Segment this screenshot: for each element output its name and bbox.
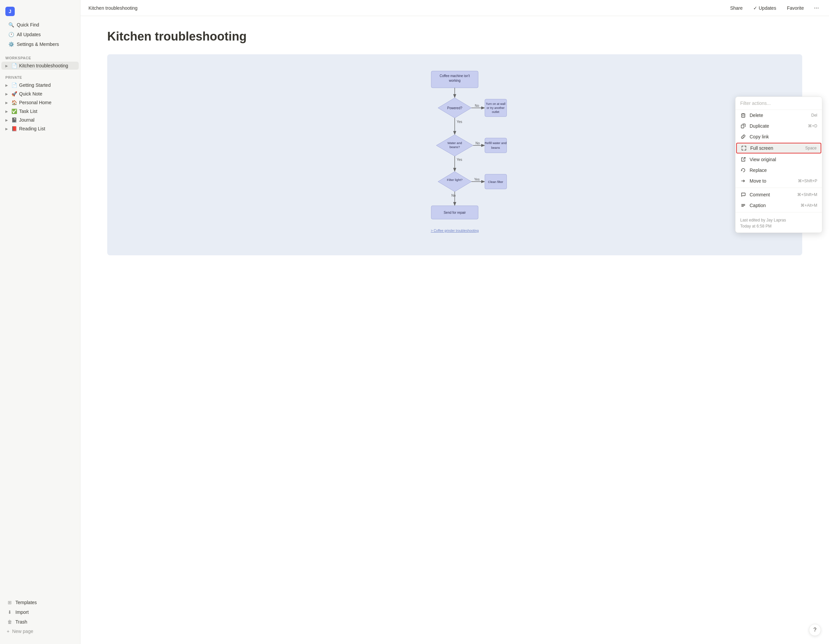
sidebar-item-quick-find[interactable]: 🔍 Quick Find [4, 20, 76, 30]
sidebar-item-trash[interactable]: 🗑 Trash [3, 617, 77, 627]
svg-text:Yes: Yes [474, 178, 479, 181]
page-title: Kitchen troubleshooting [107, 30, 802, 44]
svg-rect-19 [485, 138, 507, 153]
filter-actions-input[interactable] [740, 101, 817, 106]
svg-text:Send for repair: Send for repair [444, 211, 466, 214]
context-menu-item-caption[interactable]: Caption ⌘+Alt+M [736, 200, 822, 211]
fullscreen-icon [741, 145, 747, 151]
link-icon [740, 134, 746, 140]
duplicate-icon [740, 123, 746, 129]
svg-marker-24 [438, 172, 471, 192]
svg-text:Yes: Yes [457, 120, 462, 124]
check-icon: ✅ [11, 109, 17, 114]
sidebar-bottom: ⊞ Templates ⬇ Import 🗑 Trash + New page [0, 595, 80, 639]
chevron-icon: ▶ [4, 127, 9, 131]
delete-icon [740, 112, 746, 118]
svg-text:No: No [451, 194, 456, 197]
sidebar-item-journal[interactable]: ▶ 📓 Journal [2, 116, 79, 124]
context-menu-item-delete[interactable]: Delete Del [736, 110, 822, 121]
content-area: Kitchen troubleshooting Coffee machine i… [80, 16, 829, 644]
context-menu-item-comment[interactable]: Comment ⌘+Shift+M [736, 189, 822, 200]
new-page-button[interactable]: + New page [3, 627, 77, 636]
context-menu-item-full-screen[interactable]: Full screen Space [736, 143, 821, 153]
home-icon: 🏠 [11, 100, 17, 105]
sidebar-item-kitchen-troubleshooting[interactable]: ▶ 📄 Kitchen troubleshooting [2, 61, 79, 70]
topbar-title: Kitchen troubleshooting [88, 5, 137, 11]
plus-icon: + [7, 628, 9, 634]
sidebar-item-label: Settings & Members [17, 41, 59, 47]
chevron-icon: ▶ [4, 118, 9, 122]
context-menu-item-replace[interactable]: Replace [736, 165, 822, 176]
svg-text:working: working [449, 79, 460, 82]
context-menu-item-copy-link[interactable]: Copy link [736, 131, 822, 142]
book-icon: 📕 [11, 126, 17, 131]
sidebar-item-task-list[interactable]: ▶ ✅ Task List [2, 107, 79, 115]
updates-label: Updates [759, 5, 776, 11]
caption-icon [740, 202, 746, 208]
sidebar-item-getting-started[interactable]: ▶ 📄 Getting Started [2, 81, 79, 89]
svg-rect-35 [742, 114, 745, 117]
svg-text:No: No [476, 142, 480, 145]
sidebar-item-reading-list[interactable]: ▶ 📕 Reading List [2, 124, 79, 133]
context-menu-item-view-original[interactable]: View original [736, 154, 822, 165]
rocket-icon: 🚀 [11, 91, 17, 96]
svg-text:Yes: Yes [457, 158, 462, 162]
comment-icon [740, 192, 746, 198]
replace-label: Replace [750, 167, 767, 173]
trash-icon: 🗑 [7, 619, 13, 625]
sidebar-page-label: Getting Started [19, 82, 50, 88]
sidebar-item-personal-home[interactable]: ▶ 🏠 Personal Home [2, 99, 79, 107]
sidebar-item-label: Import [16, 609, 29, 615]
chevron-icon: ▶ [4, 83, 9, 87]
sidebar-item-import[interactable]: ⬇ Import [3, 608, 77, 617]
help-button[interactable]: ? [809, 624, 821, 636]
flowchart-block[interactable]: Coffee machine isn't working Powered? No… [107, 54, 802, 255]
delete-shortcut: Del [811, 113, 817, 118]
updates-button[interactable]: ✓ Updates [750, 4, 779, 12]
sidebar-item-settings[interactable]: ⚙️ Settings & Members [4, 39, 76, 49]
sidebar-item-quick-note[interactable]: ▶ 🚀 Quick Note [2, 90, 79, 98]
svg-text:Refill water and: Refill water and [485, 141, 506, 145]
move-to-icon [740, 178, 746, 184]
sidebar-page-label: Quick Note [19, 91, 42, 96]
svg-text:beans: beans [491, 146, 500, 150]
duplicate-label: Duplicate [750, 123, 769, 129]
search-icon: 🔍 [8, 22, 14, 28]
main-content: Kitchen troubleshooting Share ✓ Updates … [80, 0, 829, 644]
context-menu-item-move-to[interactable]: Move to ⌘+Shift+P [736, 176, 822, 186]
private-section-label: PRIVATE [0, 70, 80, 81]
chevron-icon: ▶ [4, 64, 9, 68]
svg-text:beans?: beans? [449, 145, 460, 149]
comment-label: Comment [750, 192, 770, 197]
gear-icon: ⚙️ [8, 41, 14, 47]
sidebar-page-label: Journal [19, 117, 35, 123]
page-icon: 📄 [11, 82, 17, 88]
share-button[interactable]: Share [728, 4, 745, 12]
context-menu-divider [736, 187, 822, 188]
svg-text:Clean filter: Clean filter [488, 180, 503, 184]
avatar[interactable]: J [5, 7, 15, 16]
flowchart-svg: Coffee machine isn't working Powered? No… [401, 68, 508, 242]
context-menu-footer: Last edited by Jay Lapras Today at 6:58 … [736, 214, 822, 233]
more-options-button[interactable]: ··· [812, 3, 821, 13]
svg-text:Coffee machine isn't: Coffee machine isn't [440, 74, 470, 78]
svg-text:No: No [475, 104, 479, 107]
sidebar-item-label: Quick Find [17, 22, 39, 27]
chevron-icon: ▶ [4, 101, 9, 104]
templates-icon: ⊞ [7, 600, 13, 605]
comment-shortcut: ⌘+Shift+M [797, 192, 817, 197]
context-menu-divider-2 [736, 212, 822, 213]
topbar-actions: Share ✓ Updates Favorite ··· [728, 3, 821, 13]
svg-text:Turn on at wall: Turn on at wall [486, 102, 506, 105]
last-edited-time: Today at 6:58 PM [740, 223, 817, 229]
sidebar-item-all-updates[interactable]: 🕐 All Updates [4, 30, 76, 39]
clock-icon: 🕐 [8, 31, 14, 38]
sidebar-item-templates[interactable]: ⊞ Templates [3, 598, 77, 607]
context-menu-item-duplicate[interactable]: Duplicate ⌘+D [736, 121, 822, 131]
chevron-icon: ▶ [4, 92, 9, 96]
caption-shortcut: ⌘+Alt+M [801, 203, 817, 208]
svg-text:outlet: outlet [492, 110, 500, 113]
new-page-label: New page [12, 628, 33, 634]
favorite-button[interactable]: Favorite [784, 4, 807, 12]
move-to-shortcut: ⌘+Shift+P [798, 179, 817, 183]
